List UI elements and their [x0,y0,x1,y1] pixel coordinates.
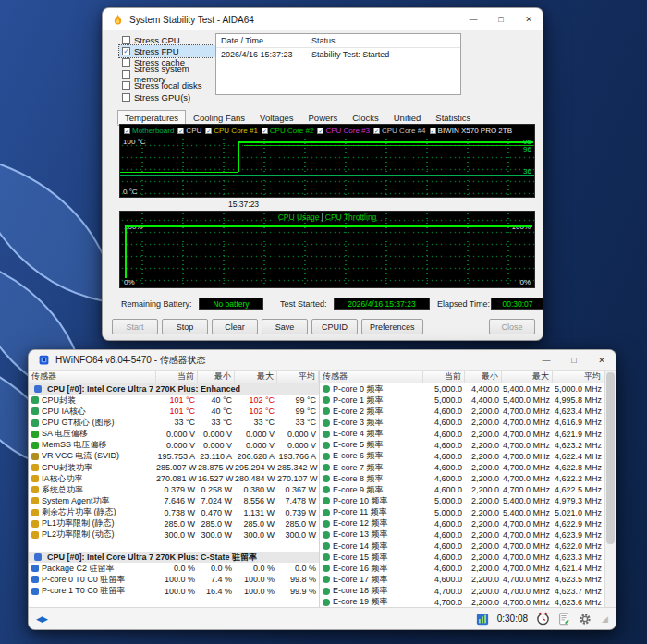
maximize-button[interactable]: □ [560,350,588,370]
sensor-row[interactable]: E-core 16 频率 4,600.0 2,200.0 4,700.0 MHz… [320,563,604,574]
sensor-row[interactable]: E-core 9 频率 4,600.0 2,200.0 4,700.0 MHz … [320,484,604,495]
col-avg[interactable]: 平均 [277,371,319,383]
close-button[interactable]: ✕ [515,8,543,30]
sensor-row[interactable]: P-core 1 T0 C0 驻留率 100.0 % 16.4 % 100.0 … [29,586,319,597]
legend-item[interactable]: CPU Core #3 [317,127,370,135]
sensor-row[interactable]: E-core 18 频率 4,700.0 2,200.0 4,700.0 MHz… [320,586,604,597]
col-max[interactable]: 最大 [502,371,553,383]
resize-grip[interactable]: ◢ [602,614,608,624]
sensor-row[interactable]: Package C2 驻留率 0.0 % 0.0 % 0.0 % 0.0 % [29,563,319,574]
col-avg[interactable]: 平均 [553,371,604,383]
col-sensor[interactable]: 传感器 [320,371,423,383]
sensor-row[interactable]: CPU IA核心 101 °C 40 °C 102 °C 99 °C [29,406,319,417]
sensor-row[interactable]: E-core 13 频率 4,600.0 2,200.0 4,700.0 MHz… [320,529,604,541]
sensor-row[interactable]: P-core 0 T0 C0 驻留率 100.0 % 7.4 % 100.0 %… [29,574,319,585]
legend-item[interactable]: CPU Core #2 [262,127,314,135]
minimize-button[interactable]: — [532,350,560,370]
sensor-row[interactable]: CPU封装功率 285.007 W 28.875 W 295.294 W 285… [29,462,319,473]
checkbox[interactable] [122,47,130,55]
legend-item[interactable]: CPU [177,127,201,135]
legend-checkbox[interactable] [124,128,130,134]
maximize-button[interactable]: □ [487,8,515,30]
sensor-row[interactable]: P-core 11 频率 5,000.0 2,200.0 5,400.0 MHz… [320,507,604,518]
sensor-row[interactable]: System Agent功率 7.646 W 7.024 W 8.556 W 7… [29,495,319,506]
sensor-row[interactable]: CPU封装 101 °C 40 °C 102 °C 99 °C [29,395,319,406]
col-sensor[interactable]: 传感器 [29,371,156,383]
tab[interactable]: Temperatures [117,110,186,125]
aida-button[interactable]: Clear [212,319,258,334]
stress-option[interactable]: Stress system memory [119,68,223,79]
scrollbar-thumb[interactable] [606,372,615,544]
col-min[interactable]: 最小 [198,371,235,383]
stress-option[interactable]: Stress CPU [119,34,223,45]
stress-option[interactable]: Stress GPU(s) [119,91,223,103]
sensor-row[interactable]: E-core 4 频率 4,600.0 2,200.0 4,700.0 MHz … [320,429,604,440]
sensor-row[interactable]: CPU [#0]: Intel Core Ultra 7 270K Plus: … [29,383,319,395]
legend-item[interactable]: CPU Core #1 [205,127,258,135]
sensor-row[interactable]: E-core 19 频率 4,700.0 2,200.0 4,700.0 MHz… [320,597,604,608]
checkbox[interactable] [122,81,130,90]
sensor-row[interactable]: 系统总功率 0.379 W 0.258 W 0.380 W 0.367 W [29,484,319,495]
settings-gear-icon[interactable] [579,613,592,626]
sensor-row[interactable]: IA核心功率 270.081 W 16.527 W 280.484 W 270.… [29,473,319,484]
log-row[interactable]: 2026/4/16 15:37:23 Stability Test: Start… [216,48,460,60]
col-current[interactable]: 当前 [156,371,198,383]
tab[interactable]: Voltages [252,110,300,125]
sensor-row[interactable]: E-core 17 频率 4,600.0 2,200.0 4,700.0 MHz… [320,574,604,585]
aida-button[interactable]: CPUID [311,319,358,334]
legend-checkbox[interactable] [373,128,380,134]
navigate-arrows-icon[interactable]: ◀▶ [36,614,47,624]
col-max[interactable]: 最大 [235,371,277,383]
hwinfo-titlebar[interactable]: HWiNFO64 v8.04-5470 - 传感器状态 — □ ✕ [29,350,616,371]
sensor-row[interactable]: VR VCC 电流 (SVID) 195.753 A 23.110 A 206.… [29,451,319,462]
col-current[interactable]: 当前 [423,371,465,383]
sensor-row[interactable]: E-core 7 频率 4,600.0 2,200.0 4,700.0 MHz … [320,462,604,473]
legend-item[interactable]: CPU Core #4 [373,127,426,135]
sensor-row[interactable]: E-core 3 频率 4,600.0 2,200.0 4,700.0 MHz … [320,417,604,428]
sensor-row[interactable]: P-core 0 频率 5,000.0 4,400.0 5,400.0 MHz … [320,383,604,395]
sensor-row[interactable]: E-core 8 频率 4,600.0 2,200.0 4,700.0 MHz … [320,473,604,484]
sensor-row[interactable]: P-core 10 频率 5,000.0 2,200.0 5,400.0 MHz… [320,495,604,506]
minimize-button[interactable]: — [459,8,487,30]
checkbox[interactable] [122,93,130,102]
aida-button[interactable]: Close [489,319,535,334]
legend-checkbox[interactable] [317,128,324,134]
legend-item[interactable]: BIWIN X570 PRO 2TB [430,127,512,135]
sensor-row[interactable]: 剩余芯片功率 (静态) 0.738 W 0.470 W 1.131 W 0.73… [29,507,319,518]
alarm-clock-icon[interactable] [536,612,550,626]
tab[interactable]: Powers [301,110,346,125]
close-button[interactable]: ✕ [588,350,616,370]
checkbox[interactable] [122,36,130,44]
sensor-row[interactable]: E-core 14 频率 4,600.0 2,200.0 4,700.0 MHz… [320,541,604,552]
sensor-row[interactable]: CPU GT核心 (图形) 33 °C 33 °C 33 °C 33 °C [29,417,319,428]
sensor-row[interactable]: SA 电压偏移 0.000 V 0.000 V 0.000 V 0.000 V [29,429,319,440]
legend-checkbox[interactable] [430,128,436,134]
sensor-row[interactable]: P-core 1 频率 5,000.0 4,400.0 5,400.0 MHz … [320,395,604,406]
aida64-titlebar[interactable]: System Stability Test - AIDA64 — □ ✕ [103,8,543,30]
legend-checkbox[interactable] [177,128,184,134]
sensor-row[interactable]: PL2功率限制 (动态) 300.0 W 300.0 W 300.0 W 300… [29,529,319,541]
col-min[interactable]: 最小 [465,371,502,383]
sensor-row[interactable]: E-core 6 频率 4,600.0 2,200.0 4,700.0 MHz … [320,451,604,462]
tab[interactable]: Clocks [345,110,386,125]
legend-checkbox[interactable] [205,128,212,134]
report-log-icon[interactable] [558,613,570,626]
sensor-row[interactable] [29,541,319,552]
checkbox[interactable] [122,58,130,67]
aida-button[interactable]: Start [112,319,158,334]
desktop[interactable]: System Stability Test - AIDA64 — □ ✕ Str… [0,0,647,644]
aida-button[interactable]: Preferences [361,319,423,334]
aida-button[interactable]: Save [262,319,308,334]
sensor-row[interactable]: E-core 12 频率 4,600.0 2,200.0 4,700.0 MHz… [320,518,604,529]
checkbox[interactable] [122,70,130,79]
vertical-scrollbar[interactable] [604,371,616,609]
sensor-row[interactable]: CPU [#0]: Intel Core Ultra 7 270K Plus: … [29,552,319,563]
test-log-panel[interactable]: Date / Time Status 2026/4/16 15:37:23 St… [215,33,461,95]
sensor-row[interactable]: MemSS 电压偏移 0.000 V 0.000 V 0.000 V 0.000… [29,440,319,451]
sensors-graph-icon[interactable] [476,613,489,626]
sensor-row[interactable]: E-core 15 频率 4,600.0 2,200.0 4,700.0 MHz… [320,552,604,563]
tab[interactable]: Statistics [428,110,478,125]
tab[interactable]: Unified [386,110,429,125]
stress-option[interactable]: Stress FPU [119,45,223,56]
sensor-row[interactable]: E-core 5 频率 4,600.0 2,200.0 4,700.0 MHz … [320,440,604,451]
